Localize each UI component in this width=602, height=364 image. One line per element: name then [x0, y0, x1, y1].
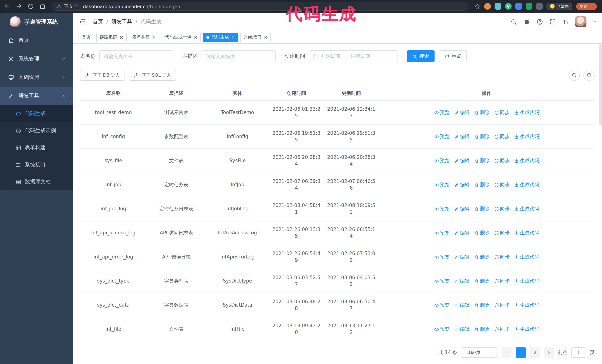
caret-down-icon[interactable] — [593, 20, 597, 24]
route-tab[interactable]: 首页 — [78, 32, 94, 42]
sidebar-item-codegen-example[interactable]: 代码生成示例 — [0, 122, 73, 139]
preview-link[interactable]: 预览 — [434, 229, 450, 236]
extension-icon-1[interactable] — [484, 3, 491, 10]
sync-link[interactable]: 同步 — [494, 229, 510, 236]
generate-code-link[interactable]: 生成代码 — [514, 206, 539, 212]
generate-code-link[interactable]: 生成代码 — [514, 326, 539, 333]
edit-link[interactable]: 编辑 — [454, 302, 470, 308]
sidebar-item-system-api[interactable]: 系统接口 — [0, 156, 73, 173]
delete-link[interactable]: 删除 — [474, 278, 490, 284]
route-tab[interactable]: 代码生成 × — [203, 32, 238, 42]
prev-page-button[interactable] — [502, 347, 512, 358]
sync-link[interactable]: 同步 — [494, 133, 510, 140]
preview-link[interactable]: 预览 — [434, 278, 450, 284]
generate-code-link[interactable]: 生成代码 — [514, 302, 539, 308]
extension-icon-6[interactable] — [536, 3, 543, 10]
edit-link[interactable]: 编辑 — [454, 206, 470, 212]
sync-link[interactable]: 同步 — [494, 254, 510, 260]
route-tab[interactable]: 系统接口 × — [241, 32, 271, 42]
sync-link[interactable]: 同步 — [494, 181, 510, 188]
delete-link[interactable]: 删除 — [474, 229, 490, 236]
reset-button[interactable]: 重置 — [439, 50, 467, 62]
back-icon[interactable] — [4, 3, 10, 10]
close-icon[interactable]: × — [120, 35, 123, 40]
import-sql-button[interactable]: 基于 SQL 导入 — [129, 70, 176, 81]
generate-code-link[interactable]: 生成代码 — [514, 157, 539, 164]
preview-link[interactable]: 预览 — [434, 109, 450, 116]
edit-link[interactable]: 编辑 — [454, 278, 470, 284]
sidebar-fold-icon[interactable] — [78, 18, 86, 26]
font-size-icon[interactable] — [562, 19, 569, 25]
table-name-input[interactable] — [99, 50, 173, 62]
page-size-select[interactable]: 10条/页 — [461, 347, 498, 358]
preview-link[interactable]: 预览 — [434, 326, 450, 333]
generate-code-link[interactable]: 生成代码 — [514, 278, 539, 284]
edit-link[interactable]: 编辑 — [454, 229, 470, 236]
sync-link[interactable]: 同步 — [494, 326, 510, 333]
extension-icon-4[interactable] — [515, 3, 522, 10]
bookmark-star-icon[interactable] — [474, 3, 481, 10]
generate-code-link[interactable]: 生成代码 — [514, 254, 539, 260]
reload-icon[interactable] — [27, 3, 34, 10]
address-bar[interactable]: 不安全 dashboard.yudao.iocoder.cn/tool/code… — [52, 2, 468, 11]
sync-link[interactable]: 同步 — [494, 278, 510, 284]
table-desc-input[interactable] — [202, 50, 276, 62]
search-icon[interactable] — [510, 19, 517, 25]
preview-link[interactable]: 预览 — [434, 302, 450, 308]
search-button[interactable]: 搜索 — [407, 50, 435, 62]
goto-page-input[interactable] — [571, 347, 586, 358]
delete-link[interactable]: 删除 — [474, 254, 490, 260]
delete-link[interactable]: 删除 — [474, 326, 490, 333]
preview-link[interactable]: 预览 — [434, 181, 450, 188]
extension-icon-3[interactable]: V — [505, 3, 512, 10]
edit-link[interactable]: 编辑 — [454, 254, 470, 260]
sidebar-item-db-doc[interactable]: 数据库文档 — [0, 173, 73, 190]
extension-icon-5[interactable] — [526, 3, 532, 10]
scrollbar-thumb[interactable] — [599, 44, 602, 126]
sidebar-item-system[interactable]: 系统管理 — [0, 50, 73, 68]
extension-icon-2[interactable] — [494, 3, 501, 10]
edit-link[interactable]: 编辑 — [454, 109, 470, 116]
route-tab[interactable]: 链路追踪 × — [96, 32, 127, 42]
next-page-button[interactable] — [544, 347, 554, 358]
import-db-button[interactable]: 基于 DB 导入 — [80, 70, 124, 81]
toggle-search-button[interactable] — [569, 70, 580, 81]
delete-link[interactable]: 删除 — [474, 302, 490, 308]
user-avatar[interactable] — [575, 16, 586, 27]
delete-link[interactable]: 删除 — [474, 181, 490, 188]
sidebar-item-infrastructure[interactable]: 基础设施 — [0, 68, 73, 87]
forward-icon[interactable] — [16, 3, 22, 10]
edit-link[interactable]: 编辑 — [454, 181, 470, 188]
home-nav-icon[interactable] — [39, 3, 46, 10]
page-button-1[interactable]: 1 — [516, 347, 526, 358]
close-icon[interactable]: × — [264, 35, 268, 40]
help-icon[interactable] — [537, 19, 543, 25]
preview-link[interactable]: 预览 — [434, 206, 450, 212]
browser-update-button[interactable]: 更新 — [576, 2, 597, 10]
refresh-table-button[interactable] — [583, 70, 595, 81]
page-button-2[interactable]: 2 — [530, 347, 540, 358]
close-icon[interactable]: × — [231, 35, 235, 40]
route-tab[interactable]: 代码生成示例 × — [161, 32, 201, 42]
sidebar-item-codegen[interactable]: 代码生成 — [0, 105, 73, 122]
extension-paused-badge[interactable]: 已暂停 — [547, 2, 572, 10]
edit-link[interactable]: 编辑 — [454, 157, 470, 164]
generate-code-link[interactable]: 生成代码 — [514, 133, 539, 140]
date-range-picker[interactable]: 开始日期 - 结束日期 — [309, 50, 398, 62]
delete-link[interactable]: 删除 — [474, 157, 490, 164]
sync-link[interactable]: 同步 — [494, 157, 510, 164]
preview-link[interactable]: 预览 — [434, 133, 450, 140]
delete-link[interactable]: 删除 — [474, 109, 490, 116]
close-icon[interactable]: × — [194, 35, 197, 40]
sync-link[interactable]: 同步 — [494, 302, 510, 308]
edit-link[interactable]: 编辑 — [454, 133, 470, 140]
sidebar-item-home[interactable]: 首页 — [0, 31, 73, 50]
app-logo[interactable]: 芋道管理系统 — [0, 13, 73, 31]
fullscreen-icon[interactable] — [549, 19, 556, 25]
delete-link[interactable]: 删除 — [474, 206, 490, 212]
route-tab[interactable]: 表单构建 × — [129, 32, 159, 42]
close-icon[interactable]: × — [152, 35, 156, 40]
generate-code-link[interactable]: 生成代码 — [514, 109, 539, 116]
preview-link[interactable]: 预览 — [434, 157, 450, 164]
preview-link[interactable]: 预览 — [434, 254, 450, 260]
